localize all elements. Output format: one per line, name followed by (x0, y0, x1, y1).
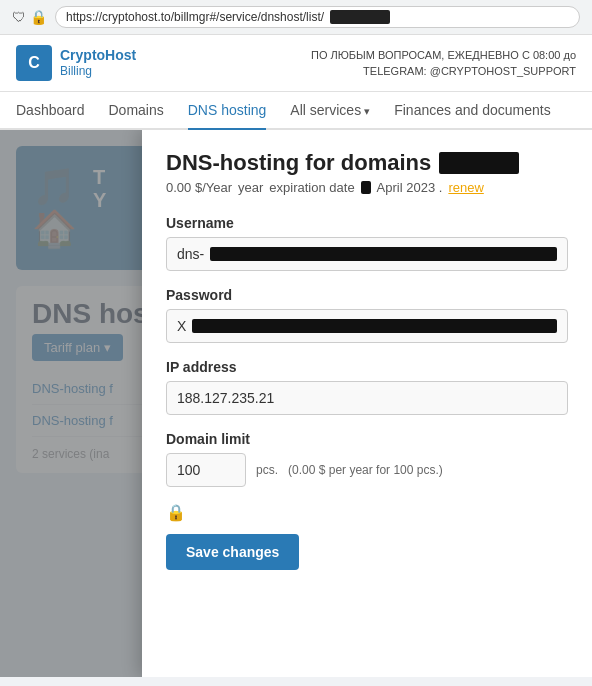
logo-icon: C (16, 45, 52, 81)
domain-limit-field-group: Domain limit pcs. (0.00 $ per year for 1… (166, 431, 568, 487)
notice-line1: ПО ЛЮБЫМ ВОПРОСАМ, ЕЖЕДНЕВНО С 08:00 до (311, 47, 576, 64)
username-prefix: dns- (177, 246, 204, 262)
date-redacted (361, 181, 371, 194)
main-nav: Dashboard Domains DNS hosting All servic… (0, 92, 592, 130)
ip-field-group: IP address (166, 359, 568, 415)
logo[interactable]: C CryptoHost Billing (16, 45, 136, 81)
modal-overlay: DNS-hosting for domains 0.00 $/Year year… (0, 130, 592, 677)
password-label: Password (166, 287, 568, 303)
url-bar[interactable]: https://cryptohost.to/billmgr#/service/d… (55, 6, 580, 28)
brand-sub: Billing (60, 64, 136, 78)
main-content: 🎵🏠 TY DNS hosti Tariff plan ▾ DNS-hostin… (0, 130, 592, 677)
modal-subtitle: 0.00 $/Year year expiration date April 2… (166, 180, 568, 195)
modal-expiration-label: expiration date (269, 180, 354, 195)
domain-limit-label: Domain limit (166, 431, 568, 447)
domain-limit-row: pcs. (0.00 $ per year for 100 pcs.) (166, 453, 568, 487)
renew-link[interactable]: renew (448, 180, 483, 195)
domain-limit-note: (0.00 $ per year for 100 pcs.) (288, 463, 443, 477)
nav-finances[interactable]: Finances and documents (394, 92, 550, 130)
modal-price: 0.00 $/Year (166, 180, 232, 195)
logo-text: CryptoHost Billing (60, 47, 136, 78)
password-field-group: Password X (166, 287, 568, 343)
modal-panel: DNS-hosting for domains 0.00 $/Year year… (142, 130, 592, 677)
nav-dashboard[interactable]: Dashboard (16, 92, 85, 130)
url-text: https://cryptohost.to/billmgr#/service/d… (66, 10, 324, 24)
lock-icon: 🔒 (166, 503, 568, 522)
password-prefix: X (177, 318, 186, 334)
username-label: Username (166, 215, 568, 231)
password-input[interactable]: X (166, 309, 568, 343)
domain-limit-input[interactable] (166, 453, 246, 487)
ip-input[interactable] (166, 381, 568, 415)
nav-all-services[interactable]: All services (290, 92, 370, 130)
header-notice: ПО ЛЮБЫМ ВОПРОСАМ, ЕЖЕДНЕВНО С 08:00 до … (311, 47, 576, 80)
url-redacted (330, 10, 390, 24)
lock-icon: 🔒 (30, 9, 47, 25)
nav-domains[interactable]: Domains (109, 92, 164, 130)
modal-title: DNS-hosting for domains (166, 150, 568, 176)
modal-title-text: DNS-hosting for domains (166, 150, 431, 176)
modal-period: year (238, 180, 263, 195)
notice-line2: TELEGRAM: @CRYPTOHOST_SUPPORT (311, 63, 576, 80)
top-header: C CryptoHost Billing ПО ЛЮБЫМ ВОПРОСАМ, … (0, 35, 592, 92)
modal-expiration-date: April 2023 . (377, 180, 443, 195)
username-field-group: Username dns- (166, 215, 568, 271)
save-button[interactable]: Save changes (166, 534, 299, 570)
address-bar: 🛡 🔒 https://cryptohost.to/billmgr#/servi… (0, 0, 592, 35)
domain-limit-unit: pcs. (256, 463, 278, 477)
browser-security-icons: 🛡 🔒 (12, 9, 47, 25)
username-value-redacted (210, 247, 557, 261)
brand-name: CryptoHost (60, 47, 136, 64)
ip-label: IP address (166, 359, 568, 375)
shield-icon: 🛡 (12, 9, 26, 25)
modal-title-redacted (439, 152, 519, 174)
username-input[interactable]: dns- (166, 237, 568, 271)
password-value-redacted (192, 319, 557, 333)
nav-dns-hosting[interactable]: DNS hosting (188, 92, 267, 130)
